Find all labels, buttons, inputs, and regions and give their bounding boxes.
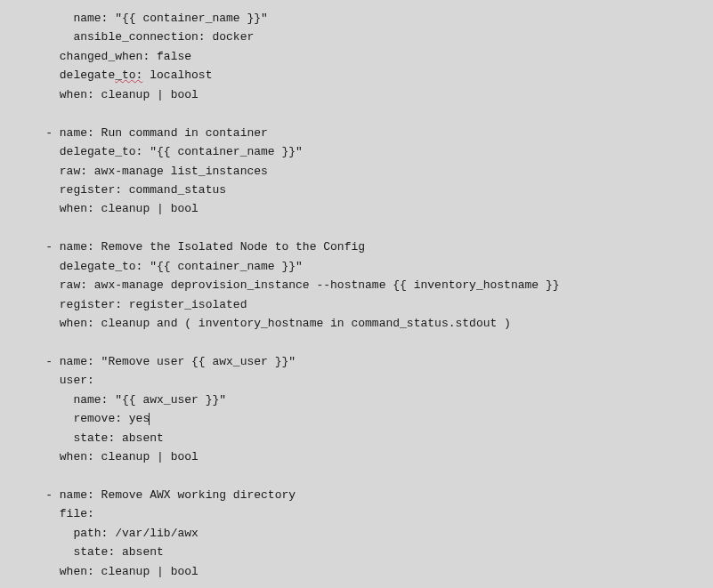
code-line: when: cleanup | bool [18,88,199,101]
code-line: when: cleanup | bool [18,565,199,578]
code-line: - name: "Remove user {{ awx_user }}" [18,355,296,368]
code-line: register: register_isolated [18,298,247,311]
code-line: name: "{{ awx_user }}" [18,393,226,407]
code-line: file: [18,507,94,520]
code-line: when: cleanup | bool [18,450,199,463]
code-line: - name: Remove AWX working directory [18,488,296,502]
code-line: when: cleanup and ( inventory_hostname i… [18,317,511,330]
code-line: user: [18,374,94,387]
code-line: raw: awx-manage deprovision_instance --h… [18,278,560,292]
code-line: delegate_to: "{{ container_name }}" [18,260,303,273]
code-line: ansible_connection: docker [18,30,254,44]
code-line: state: absent [18,431,164,445]
text-cursor [149,413,150,425]
code-line: raw: awx-manage list_instances [18,165,268,178]
code-line: path: /var/lib/awx [18,527,199,540]
code-line: state: absent [18,545,164,559]
spellcheck-underline: _to: [115,68,142,82]
code-line: changed_when: false [18,50,191,63]
code-line: delegate_to: localhost [18,68,212,82]
code-line: - name: Run command in container [18,126,268,140]
code-line: delegate_to: "{{ container_name }}" [18,145,303,158]
yaml-code-block: name: "{{ container_name }}" ansible_con… [18,9,695,581]
code-line: register: command_status [18,183,226,197]
code-line: when: cleanup | bool [18,202,199,215]
code-line: remove: yes [18,412,150,425]
code-line: name: "{{ container_name }}" [18,12,268,25]
code-line: - name: Remove the Isolated Node to the … [18,240,365,254]
